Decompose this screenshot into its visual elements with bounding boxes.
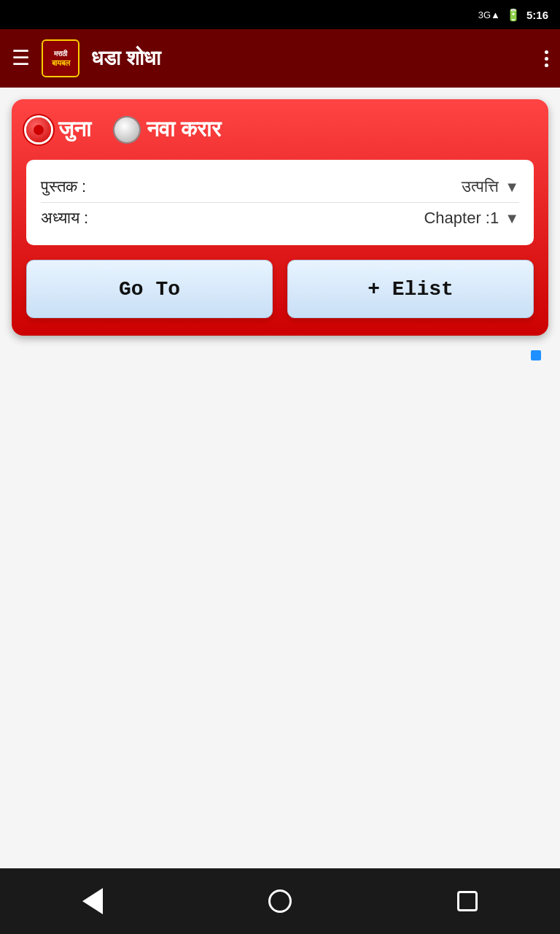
- recents-icon: [457, 891, 478, 911]
- home-button[interactable]: [260, 881, 300, 922]
- logo-text-bottom: बायबल: [52, 58, 70, 68]
- dot2: [545, 57, 548, 61]
- radio-option-juna[interactable]: जुना: [26, 117, 91, 142]
- radio-option-nava[interactable]: नवा करार: [114, 117, 221, 142]
- book-row: पुस्तक : उत्पत्ति ▼: [41, 171, 519, 203]
- recents-button[interactable]: [448, 882, 486, 920]
- bottom-navigation-bar: [0, 868, 560, 934]
- book-label: पुस्तक :: [41, 177, 158, 196]
- back-button[interactable]: [74, 879, 112, 923]
- logo-text-top: मराठी: [54, 50, 67, 58]
- radio-row: जुना नवा करार: [26, 117, 534, 142]
- radio-button-juna[interactable]: [26, 117, 51, 142]
- hamburger-menu-button[interactable]: ☰: [12, 48, 30, 69]
- app-title: धडा शोधा: [91, 47, 533, 71]
- search-card: जुना नवा करार पुस्तक : उत्पत्ति ▼ अध्याय…: [12, 99, 548, 336]
- book-value: उत्पत्ति: [462, 177, 499, 196]
- signal-icon: 3G▲: [478, 9, 500, 20]
- chapter-value-container[interactable]: Chapter :1 ▼: [158, 209, 519, 228]
- elist-button[interactable]: + Elist: [287, 260, 534, 318]
- app-bar: ☰ मराठी बायबल धडा शोधा: [0, 29, 560, 88]
- app-logo: मराठी बायबल: [42, 39, 79, 77]
- radio-label-juna: जुना: [58, 117, 91, 142]
- goto-button[interactable]: Go To: [26, 260, 273, 318]
- radio-button-nava[interactable]: [114, 117, 139, 142]
- chapter-label: अध्याय :: [41, 209, 158, 228]
- dot3: [545, 63, 548, 67]
- radio-inner-dot-juna: [34, 125, 44, 135]
- home-icon: [268, 889, 292, 913]
- dot1: [545, 50, 548, 54]
- chapter-dropdown-arrow[interactable]: ▼: [505, 210, 519, 227]
- back-icon: [82, 888, 103, 914]
- form-box: पुस्तक : उत्पत्ति ▼ अध्याय : Chapter :1 …: [26, 160, 534, 245]
- time-display: 5:16: [526, 9, 548, 21]
- chapter-row: अध्याय : Chapter :1 ▼: [41, 203, 519, 234]
- main-content: जुना नवा करार पुस्तक : उत्पत्ति ▼ अध्याय…: [0, 88, 560, 868]
- chapter-value: Chapter :1: [424, 209, 499, 228]
- blue-dot-area: [12, 336, 548, 360]
- buttons-row: Go To + Elist: [26, 260, 534, 318]
- radio-label-nava: नवा करार: [147, 117, 221, 142]
- blue-dot: [531, 350, 541, 360]
- status-bar: 3G▲ 🔋 5:16: [0, 0, 560, 29]
- battery-icon: 🔋: [506, 8, 521, 22]
- overflow-menu-button[interactable]: [545, 50, 548, 67]
- book-dropdown-arrow[interactable]: ▼: [505, 179, 519, 196]
- book-value-container[interactable]: उत्पत्ति ▼: [158, 177, 519, 196]
